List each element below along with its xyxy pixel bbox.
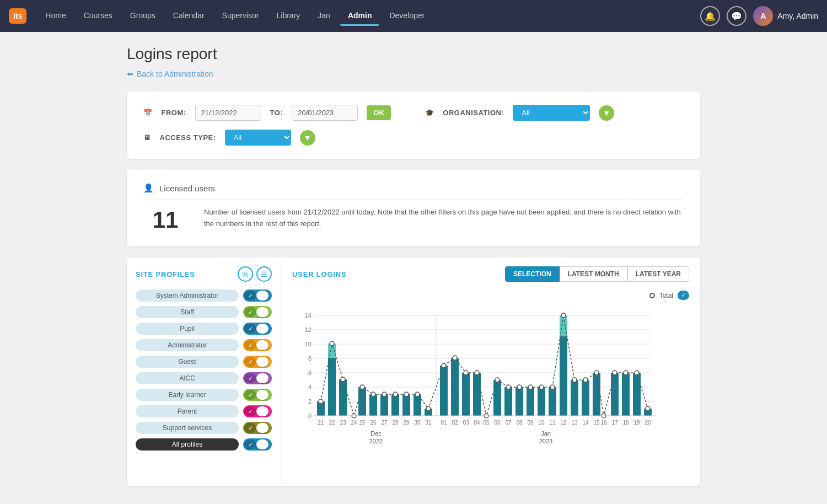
svg-text:4: 4 — [308, 384, 312, 390]
site-profiles-header: SITE PROFILES % ☰ — [136, 266, 272, 282]
svg-text:17: 17 — [611, 420, 618, 426]
to-date-input[interactable] — [292, 105, 358, 121]
nav-logo[interactable]: its — [9, 8, 26, 24]
org-icon: 🎓 — [425, 109, 434, 117]
from-date-input[interactable] — [195, 105, 261, 121]
svg-point-57 — [426, 406, 431, 411]
access-type-select[interactable]: All — [225, 130, 291, 146]
svg-text:14: 14 — [305, 312, 312, 319]
svg-text:20: 20 — [645, 420, 651, 426]
svg-rect-17 — [328, 358, 336, 416]
nav-courses[interactable]: Courses — [76, 7, 120, 26]
svg-text:31: 31 — [425, 420, 432, 426]
svg-rect-35 — [527, 387, 534, 416]
nav-groups[interactable]: Groups — [122, 7, 163, 26]
profile-row-administrator: Administrator ✓ — [136, 339, 272, 351]
total-toggle[interactable]: ✓ — [678, 291, 689, 300]
svg-text:6: 6 — [308, 369, 312, 376]
back-to-admin-link[interactable]: ⬅ Back to Administration — [127, 69, 213, 78]
svg-rect-36 — [538, 387, 545, 416]
svg-rect-22 — [380, 394, 388, 416]
toggle-all-profiles[interactable]: ✓ — [243, 438, 272, 451]
licensed-users-card: 👤 Licensed users 11 Number of licensed u… — [127, 170, 700, 246]
nav-home[interactable]: Home — [37, 7, 73, 26]
user-menu[interactable]: A Amy, Admin — [753, 6, 818, 26]
site-profiles-panel: SITE PROFILES % ☰ System Administrator ✓… — [127, 258, 281, 486]
page-content: Logins report ⬅ Back to Administration 📅… — [110, 32, 717, 499]
profile-row-guest: Guest ✓ — [136, 356, 272, 368]
organisation-select[interactable]: All — [513, 105, 590, 121]
date-filter-row: 📅 FROM: TO: OK 🎓 ORGANISATION: All ▼ — [143, 105, 684, 121]
toggle-support[interactable]: ✓ — [243, 422, 272, 434]
nav-calendar[interactable]: Calendar — [165, 7, 212, 26]
profile-name-all: All profiles — [136, 438, 239, 451]
toggle-aicc[interactable]: ✓ — [243, 372, 272, 384]
nav-supervisor[interactable]: Supervisor — [214, 7, 267, 26]
svg-point-74 — [613, 371, 617, 375]
profile-name-pupil: Pupil — [136, 323, 239, 335]
svg-text:19: 19 — [633, 420, 640, 426]
tab-latest-month[interactable]: LATEST MONTH — [560, 266, 627, 282]
profile-name-support: Support services — [136, 422, 239, 434]
ok-button[interactable]: OK — [367, 105, 391, 120]
svg-text:16: 16 — [600, 420, 607, 426]
back-arrow-icon: ⬅ — [127, 69, 133, 78]
toggle-early-learner[interactable]: ✓ — [243, 389, 272, 401]
svg-rect-19 — [339, 379, 347, 416]
organisation-dropdown-btn[interactable]: ▼ — [599, 105, 614, 121]
toggle-administrator[interactable]: ✓ — [243, 339, 272, 351]
nav-developer[interactable]: Developer — [382, 7, 432, 26]
page-title: Logins report — [127, 45, 700, 63]
monitor-icon: 🖥 — [143, 133, 151, 142]
filter-card: 📅 FROM: TO: OK 🎓 ORGANISATION: All ▼ 🖥 A… — [127, 92, 700, 159]
tab-latest-year[interactable]: LATEST YEAR — [627, 266, 689, 282]
tab-selection[interactable]: SELECTION — [505, 266, 560, 282]
svg-text:2022: 2022 — [369, 438, 383, 444]
from-label: FROM: — [162, 109, 186, 117]
total-legend-label: Total — [659, 292, 673, 299]
toggle-staff[interactable]: ✓ — [243, 306, 272, 318]
feedback-icon[interactable]: 💬 — [727, 6, 747, 26]
nav-links: Home Courses Groups Calendar Supervisor … — [37, 7, 700, 26]
nav-library[interactable]: Library — [269, 7, 308, 26]
toggle-parent[interactable]: ✓ — [243, 405, 272, 417]
total-legend-icon — [649, 293, 655, 298]
svg-text:23: 23 — [340, 420, 346, 426]
toggle-pupil[interactable]: ✓ — [243, 323, 272, 335]
nav-jan[interactable]: Jan — [310, 7, 338, 26]
toggle-sysadmin[interactable]: ✓ — [243, 289, 272, 302]
svg-point-72 — [594, 371, 599, 375]
svg-point-69 — [561, 313, 566, 318]
svg-rect-38 — [560, 336, 567, 416]
svg-text:27: 27 — [381, 420, 388, 426]
svg-rect-40 — [571, 380, 578, 416]
svg-rect-21 — [369, 394, 377, 416]
svg-point-70 — [572, 378, 577, 382]
avatar: A — [753, 6, 773, 26]
chart-legend: Total ✓ — [292, 291, 689, 300]
percentage-icon[interactable]: % — [238, 266, 253, 282]
site-profiles-title: SITE PROFILES — [136, 270, 195, 278]
svg-rect-24 — [402, 394, 410, 416]
svg-point-76 — [635, 371, 639, 375]
access-type-filter-row: 🖥 ACCESS TYPE: All ▼ — [143, 130, 684, 146]
svg-text:8: 8 — [308, 355, 312, 362]
toggle-guest[interactable]: ✓ — [243, 356, 272, 368]
chart-container: 14 12 10 8 6 4 2 0 — [292, 304, 689, 477]
svg-point-60 — [464, 371, 468, 375]
svg-point-61 — [475, 371, 479, 375]
table-icon[interactable]: ☰ — [256, 266, 272, 282]
total-toggle-check: ✓ — [681, 292, 686, 299]
svg-text:22: 22 — [329, 420, 335, 426]
svg-rect-37 — [549, 387, 556, 416]
svg-rect-43 — [611, 373, 619, 416]
organisation-label: ORGANISATION: — [443, 109, 504, 117]
svg-text:06: 06 — [494, 420, 501, 426]
svg-text:04: 04 — [474, 420, 480, 426]
notification-bell-icon[interactable]: 🔔 — [700, 6, 720, 26]
profile-name-guest: Guest — [136, 356, 239, 368]
svg-text:18: 18 — [622, 420, 629, 426]
access-type-dropdown-btn[interactable]: ▼ — [300, 130, 315, 146]
report-area: SITE PROFILES % ☰ System Administrator ✓… — [127, 258, 700, 486]
nav-admin[interactable]: Admin — [340, 7, 380, 26]
